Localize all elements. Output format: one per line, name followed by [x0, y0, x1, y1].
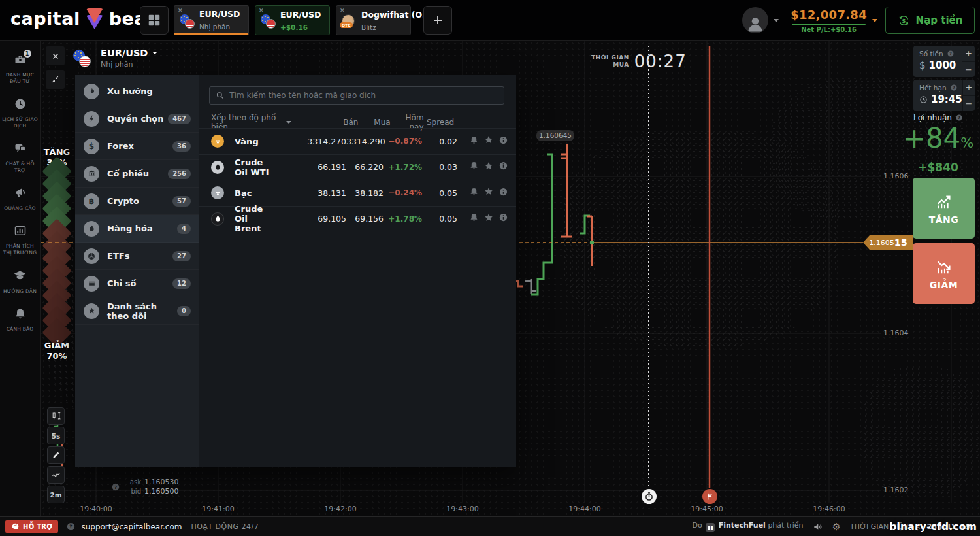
category-dollar[interactable]: $ Forex 36 [75, 133, 199, 160]
speaker-icon[interactable] [813, 522, 823, 532]
tab-dogwifhat-o--2[interactable]: ✕OTC Dogwifhat (O… Blitz [336, 5, 411, 35]
tab-grid-button[interactable] [140, 6, 169, 35]
category-count-badge: 12 [172, 278, 191, 289]
search-input[interactable] [229, 91, 498, 100]
draw-button[interactable] [47, 446, 65, 464]
amount-decrease-button[interactable]: − [962, 62, 975, 78]
category-bank[interactable]: Cổ phiếu 256 [75, 160, 199, 188]
expiry-decrease-button[interactable]: − [963, 96, 975, 112]
amount-input[interactable]: Số tiền ? $1000 + − [913, 46, 975, 77]
time-tick: 19:42:00 [318, 505, 363, 513]
favorite-star-icon[interactable] [483, 161, 494, 174]
close-panel-button[interactable] [46, 46, 65, 65]
chevron-down-icon [152, 52, 157, 54]
category-bolt[interactable]: Quyền chọn 467 [75, 105, 199, 133]
dollar-icon: $ [84, 139, 99, 154]
category-flame[interactable]: Xu hướng [75, 78, 199, 105]
chart-up-icon [934, 192, 954, 211]
category-bitcoin[interactable]: ฿ Crypto 57 [75, 188, 199, 215]
buy-price: 69.156 [346, 214, 384, 224]
alert-bell-icon[interactable] [469, 212, 479, 225]
alert-bell-icon[interactable] [469, 187, 479, 199]
sidebar-item-chat[interactable]: CHAT & HỖ TRỢ [0, 136, 41, 180]
category-count-badge: 36 [172, 141, 191, 152]
bolt-icon [84, 111, 99, 127]
avatar[interactable] [742, 7, 768, 33]
question-icon: ? [66, 522, 76, 531]
tab-eur-usd-0[interactable]: ✕ EUR/USD Nhị phân [174, 5, 249, 35]
asset-row-gold[interactable]: Vàng 3314.270 3314.290 −0.87% 0.02 [199, 128, 516, 154]
info-icon[interactable] [498, 161, 508, 173]
asset-row-silver[interactable]: Bạc 38.131 38.182 −0.24% 0.05 [199, 180, 516, 205]
support-button[interactable]: HỖ TRỢ [5, 520, 58, 533]
today-change: −0.24% [384, 188, 422, 197]
favorite-star-icon[interactable] [483, 186, 494, 199]
category-star[interactable]: Danh sách theo dõi 0 [75, 297, 199, 325]
time-tick: 19:40:00 [73, 505, 119, 513]
caret-down-icon [286, 121, 291, 124]
favorite-star-icon[interactable] [483, 135, 494, 148]
sidebar-item-clock[interactable]: LỊCH SỬ GIAO DỊCH [0, 92, 41, 136]
info-icon[interactable] [498, 212, 508, 225]
balance-caret-icon[interactable] [872, 19, 877, 22]
line-style-button[interactable] [47, 466, 65, 484]
profit-percent: +84% [902, 124, 975, 158]
gear-icon[interactable]: ⚙ [832, 521, 841, 533]
svg-text:?: ? [949, 51, 952, 56]
sidebar-item-bell[interactable]: CẢNH BÁO [0, 301, 41, 339]
expiry-increase-button[interactable]: + [963, 80, 975, 96]
alert-bell-icon[interactable] [469, 161, 479, 173]
category-pie[interactable]: ETFs 27 [75, 243, 199, 270]
timeframe-2m-button[interactable]: 2m [47, 486, 65, 503]
amount-increase-button[interactable]: + [962, 46, 975, 62]
category-droplet[interactable]: Hàng hóa 4 [75, 215, 199, 243]
brand-logo: capital bear [10, 7, 155, 29]
sidebar-item-grad-cap[interactable]: HƯỚNG DẪN [0, 263, 41, 301]
info-icon[interactable] [498, 187, 508, 199]
close-tab-icon[interactable]: ✕ [178, 8, 183, 14]
stopwatch-marker-icon [642, 489, 657, 504]
sidebar-item-briefcase[interactable]: 1 DANH MỤC ĐẦU TƯ [0, 47, 41, 92]
left-sidebar: 1 DANH MỤC ĐẦU TƯ LỊCH SỬ GIAO DỊCH CHAT… [0, 41, 41, 516]
spread-value: 0.03 [422, 162, 457, 172]
profit-amount: +$840 [902, 161, 975, 174]
support-email[interactable]: support@capitalbear.com [81, 522, 182, 531]
collapse-panel-button[interactable] [46, 70, 65, 89]
expiry-input[interactable]: Hết hạn ? 19:45 + − [913, 80, 975, 111]
deposit-button[interactable]: $ Nạp tiền [885, 7, 975, 34]
balance-block[interactable]: $12,007.84 Net P/L:+$0.16 [791, 8, 867, 33]
tab-eur-usd-1[interactable]: ✕ EUR/USD +$0.16 [255, 5, 330, 35]
sidebar-item-megaphone[interactable]: QUẢNG CÁO [0, 180, 41, 218]
net-pl: Net P/L:+$0.16 [791, 26, 867, 33]
candle-type-button[interactable] [47, 407, 65, 425]
close-tab-icon[interactable]: ✕ [340, 8, 345, 14]
svg-text:?: ? [958, 115, 960, 120]
timeframe-5s-button[interactable]: 5s [47, 427, 65, 444]
oil-wti-icon [211, 161, 224, 174]
alert-bell-icon[interactable] [469, 135, 479, 148]
category-box[interactable]: Chỉ số 12 [75, 270, 199, 297]
help-icon[interactable]: ? [947, 50, 955, 58]
asset-row-oil-brent[interactable]: Crude Oil Brent 69.105 69.156 +1.78% 0.0… [199, 206, 516, 231]
category-count-badge: 27 [172, 251, 191, 261]
close-tab-icon[interactable]: ✕ [259, 8, 264, 14]
sidebar-item-chart-bars[interactable]: PHÂN TÍCH THỊ TRƯỜNG [0, 218, 41, 263]
grad-cap-icon [13, 269, 27, 285]
info-icon[interactable] [498, 135, 508, 148]
buy-up-button[interactable]: TĂNG [913, 178, 975, 239]
buy-down-button[interactable]: GIẢM [913, 243, 975, 304]
help-icon[interactable]: ? [955, 114, 963, 122]
account-caret-icon[interactable] [774, 19, 779, 22]
otc-badge: OTC [340, 22, 353, 28]
help-icon[interactable]: ? [950, 84, 958, 92]
asset-selector[interactable]: EUR/USD Nhị phân [73, 48, 157, 69]
asset-row-oil-wti[interactable]: Crude Oil WTI 66.191 66.220 +1.72% 0.03 [199, 154, 516, 180]
sell-price: 3314.270 [269, 137, 346, 146]
question-icon[interactable]: ? [111, 482, 120, 492]
add-tab-button[interactable] [423, 6, 452, 35]
clock-icon [919, 95, 928, 104]
today-change: −0.87% [384, 137, 422, 146]
favorite-star-icon[interactable] [483, 212, 494, 226]
person-icon [745, 14, 766, 33]
search-box[interactable] [209, 86, 504, 105]
